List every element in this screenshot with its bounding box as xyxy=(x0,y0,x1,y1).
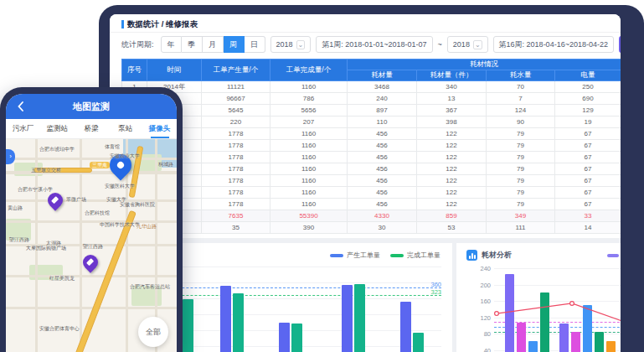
map-label: 安徽合肥体育中心 xyxy=(39,325,80,333)
cell: 19 xyxy=(555,116,621,128)
cell: 79 xyxy=(487,163,555,175)
map-label: 红星美凯龙 xyxy=(49,275,75,282)
cell: 79 xyxy=(487,140,555,152)
cell: 110 xyxy=(348,116,417,128)
bar-完成工单量 xyxy=(413,333,424,352)
cell: 67 xyxy=(555,175,621,187)
table-header: 序号 时间 工单产生量/个 工单完成量/个 耗材情况 耗材量耗材量（件）耗水量电… xyxy=(122,60,621,81)
cell: 96667 xyxy=(202,93,270,105)
year-to-select[interactable]: 2018 ⌄ xyxy=(447,36,488,53)
tab-泵站[interactable]: 泵站 xyxy=(108,119,142,138)
cell: 786 xyxy=(270,93,348,105)
cell: 5645 xyxy=(202,105,270,116)
cell: 398 xyxy=(417,116,487,128)
table-row: 12014年111211160346834070250 xyxy=(122,81,621,93)
map-view[interactable]: › 全部 合肥市琥珀中学体育馆安徽农业大学桐城路五里墩立交桥三里庵合肥市宁溪小学… xyxy=(6,139,177,352)
cell: 111 xyxy=(487,222,555,234)
camera-marker[interactable] xyxy=(80,251,100,272)
cell: 67 xyxy=(555,199,621,210)
map-expander-button[interactable]: › xyxy=(6,149,15,164)
bar-chart-icon xyxy=(466,250,477,261)
segment-季[interactable]: 季 xyxy=(182,36,203,53)
y-axis-tick: 200 xyxy=(480,282,491,289)
bar-产生工单量 xyxy=(342,285,353,352)
cell: 1778 xyxy=(202,152,270,163)
tab-桥梁[interactable]: 桥梁 xyxy=(75,119,109,138)
legend-swatch-partial xyxy=(607,254,619,257)
segment-周[interactable]: 周 xyxy=(224,36,245,53)
table-row: 7177811604561227967 xyxy=(122,152,621,163)
map-label: 九华山路 xyxy=(137,223,157,230)
map-label: 五里墩立交桥 xyxy=(31,167,61,174)
all-filter-button[interactable]: 全部 xyxy=(138,317,168,347)
y-axis-tick: 160 xyxy=(480,298,491,305)
cell: 456 xyxy=(348,128,417,140)
cell: 79 xyxy=(487,152,555,163)
all-button-label: 全部 xyxy=(146,327,161,338)
phone-tabs: 污水厂监测站桥梁泵站摄像头 xyxy=(6,119,177,139)
cell: 67 xyxy=(555,187,621,199)
cell: 1160 xyxy=(270,81,348,93)
cell: 250 xyxy=(555,81,621,93)
cell: 122 xyxy=(417,128,487,140)
cell: 55390 xyxy=(270,210,348,222)
cell: 30 xyxy=(348,222,417,234)
cell: 340 xyxy=(417,81,487,93)
table-row: 5177811604561227967 xyxy=(122,128,621,140)
stage: 数据统计 / 维修报表 统计周期: 年季月周日 2018 ⌄ 第1周: 2018… xyxy=(0,0,644,352)
cell: 67 xyxy=(555,128,621,140)
chart-title: 耗材分析 xyxy=(482,250,512,261)
segment-日[interactable]: 日 xyxy=(245,36,265,53)
cell: 690 xyxy=(555,93,621,105)
map-label: 望江西路 xyxy=(9,236,29,244)
cell: 1160 xyxy=(270,152,348,163)
segment-年[interactable]: 年 xyxy=(161,36,182,53)
map-label: 合肥科技馆 xyxy=(85,210,110,217)
table-row: 356455656897367124129 xyxy=(122,105,621,116)
consumables-chart-card: 耗材分析 2402001601208040 xyxy=(456,243,621,352)
bar-产生工单量 xyxy=(279,323,290,352)
cell: 3468 xyxy=(348,81,417,93)
bar-完成工单量 xyxy=(183,299,193,352)
y-axis-tick: 120 xyxy=(480,314,491,322)
cell: 67 xyxy=(555,152,621,163)
tab-监测站[interactable]: 监测站 xyxy=(40,119,75,138)
query-button[interactable]: 查询 xyxy=(619,36,621,53)
segment-月[interactable]: 月 xyxy=(203,36,224,53)
cell: 5656 xyxy=(270,105,348,116)
bar-完成工单量 xyxy=(233,293,244,352)
cell: 122 xyxy=(417,152,487,163)
year-to-value: 2018 xyxy=(453,37,470,52)
tab-摄像头[interactable]: 摄像头 xyxy=(142,119,177,138)
cell: 13 xyxy=(417,93,487,105)
col-time: 时间 xyxy=(147,60,202,81)
y-axis-tick: 40 xyxy=(484,347,491,352)
chart-title-row: 耗材分析 xyxy=(466,250,512,261)
legend-item: 完成工单量 xyxy=(390,251,440,260)
cell: 79 xyxy=(487,128,555,140)
cell: 70 xyxy=(487,81,555,93)
cell: 456 xyxy=(348,163,417,175)
y-axis-tick: 240 xyxy=(480,265,491,272)
cell: 1160 xyxy=(270,199,348,210)
cell: 1778 xyxy=(202,187,270,199)
week-to-input[interactable]: 第16周: 2018-04-16~2018-04-22 xyxy=(493,36,614,53)
cell: 240 xyxy=(348,93,417,105)
week-from-input[interactable]: 第1周: 2018-01-01~2018-01-07 xyxy=(316,36,432,53)
cell: 79 xyxy=(487,187,555,199)
year-from-select[interactable]: 2018 ⌄ xyxy=(270,36,312,53)
cell: 456 xyxy=(348,140,417,152)
tab-污水厂[interactable]: 污水厂 xyxy=(6,119,40,138)
table-row: 10177811604561227967 xyxy=(122,187,621,199)
cell: 53 xyxy=(417,222,487,234)
map-label: 体育馆 xyxy=(105,143,120,151)
cell: 1778 xyxy=(202,140,270,152)
report-table: 序号 时间 工单产生量/个 工单完成量/个 耗材情况 耗材量耗材量（件）耗水量电… xyxy=(121,59,621,234)
back-icon[interactable] xyxy=(14,100,28,113)
col-created: 工单产生量/个 xyxy=(202,60,270,81)
bar-完成工单量 xyxy=(291,324,302,352)
cell: 859 xyxy=(417,210,487,222)
table-row: 6177811604561227967 xyxy=(122,140,621,152)
sub-col: 电量 xyxy=(555,70,621,81)
cell: 4330 xyxy=(348,210,417,222)
